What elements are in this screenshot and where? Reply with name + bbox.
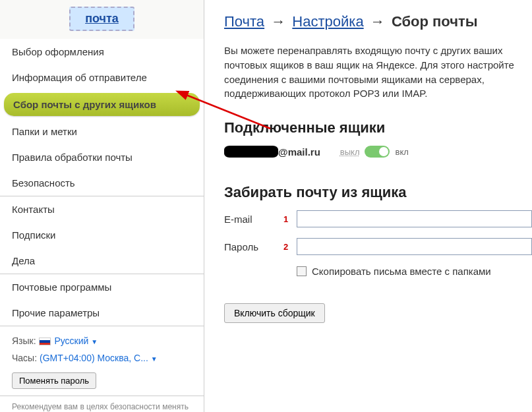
sidebar-item-other[interactable]: Прочие параметры	[0, 300, 204, 326]
connected-mailbox-row: @mail.ru выкл вкл	[224, 146, 532, 158]
toggle-off-label[interactable]: выкл	[340, 147, 360, 157]
enable-collector-button[interactable]: Включить сборщик	[224, 303, 325, 323]
logo-mail[interactable]: почта	[69, 7, 134, 31]
sidebar-item-theme[interactable]: Выбор оформления	[0, 39, 204, 65]
redacted-username	[224, 146, 278, 158]
breadcrumb: Почта → Настройка → Сбор почты	[224, 13, 532, 30]
nav-group-3: Почтовые программы Прочие параметры	[0, 274, 204, 326]
chevron-down-icon: ▼	[91, 338, 98, 345]
breadcrumb-sep: →	[271, 13, 285, 30]
fetch-heading: Забирать почту из ящика	[224, 184, 532, 201]
page-description: Вы можете перенаправлять входящую почту …	[224, 44, 532, 101]
breadcrumb-settings[interactable]: Настройка	[292, 13, 363, 30]
language-selector[interactable]: Язык: Русский ▼	[12, 336, 192, 346]
language-label: Язык:	[12, 336, 36, 346]
mailbox-toggle[interactable]	[365, 146, 390, 158]
sidebar: почта Выбор оформления Информация об отп…	[0, 0, 204, 412]
copy-folders-checkbox[interactable]	[297, 266, 307, 276]
locale-section: Язык: Русский ▼ Часы: (GMT+04:00) Москва…	[0, 326, 204, 396]
breadcrumb-current: Сбор почты	[392, 13, 478, 30]
nav-group-1: Выбор оформления Информация об отправите…	[0, 39, 204, 196]
toggle-on-label: вкл	[395, 147, 408, 157]
sidebar-item-folders[interactable]: Папки и метки	[0, 119, 204, 144]
mailbox-domain: @mail.ru	[278, 146, 320, 158]
copy-folders-row: Скопировать письма вместе с папками	[297, 266, 532, 277]
nav-group-2: Контакты Подписки Дела	[0, 196, 204, 274]
change-password-button[interactable]: Поменять пароль	[12, 372, 96, 389]
annotation-num-2: 2	[283, 242, 297, 252]
annotation-num-1: 1	[283, 214, 297, 224]
sidebar-item-contacts[interactable]: Контакты	[0, 196, 204, 222]
sidebar-item-security[interactable]: Безопасность	[0, 170, 204, 196]
email-row: E-mail 1	[224, 210, 532, 227]
chevron-down-icon: ▼	[151, 355, 158, 363]
sidebar-item-subs[interactable]: Подписки	[0, 222, 204, 248]
email-label: E-mail	[224, 214, 283, 225]
breadcrumb-mail[interactable]: Почта	[224, 13, 264, 30]
main-content: Почта → Настройка → Сбор почты Вы можете…	[204, 0, 532, 412]
language-value: Русский	[54, 336, 88, 346]
connected-heading: Подключенные ящики	[224, 119, 532, 136]
password-row: Пароль 2	[224, 238, 532, 255]
sidebar-item-clients[interactable]: Почтовые программы	[0, 274, 204, 300]
ru-flag-icon	[39, 338, 51, 345]
sidebar-item-mail-collect[interactable]: Сбор почты с других ящиков	[4, 93, 200, 116]
password-input[interactable]	[297, 238, 532, 255]
copy-folders-label: Скопировать письма вместе с папками	[312, 266, 491, 277]
logo-area: почта	[0, 0, 204, 39]
sidebar-item-rules[interactable]: Правила обработки почты	[0, 144, 204, 170]
sidebar-item-tasks[interactable]: Дела	[0, 248, 204, 274]
sidebar-item-sender-info[interactable]: Информация об отправителе	[0, 65, 204, 90]
timezone-selector[interactable]: Часы: (GMT+04:00) Москва, С... ▼	[12, 353, 192, 363]
password-label: Пароль	[224, 241, 283, 252]
breadcrumb-sep: →	[370, 13, 385, 30]
email-input[interactable]	[297, 210, 532, 227]
timezone-label: Часы:	[12, 353, 37, 363]
password-tip: Рекомендуем вам в целях безопасности мен…	[0, 396, 204, 412]
timezone-value: (GMT+04:00) Москва, С...	[40, 353, 148, 363]
